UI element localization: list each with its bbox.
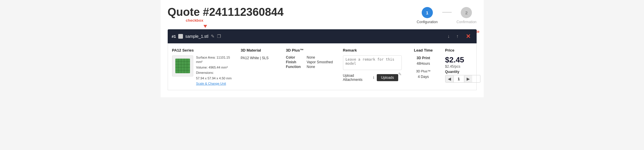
step-circle-2: 2 [461,7,472,18]
lead-print-label: 3D Print [409,55,438,61]
step-confirmation[interactable]: 2 Confirmation [456,7,476,24]
series-label: PA12 Series [172,48,234,52]
page-title: Quote #241112360844 [168,6,284,18]
finish-label: Finish [286,60,304,64]
step-number-2: 2 [465,10,468,15]
qty-increment-button[interactable]: ▶ [464,75,472,82]
col-price: Price $2.45 $2.45/pcs Quantity ◀ 1 ▶ [445,48,480,83]
dimensions-label: Dimensions: [196,71,234,75]
lead-plus-label: 3D Plus™ [409,69,438,74]
function-label: Function [286,65,304,69]
step-configuration[interactable]: 1 Configuration [417,7,438,24]
color-value: None [307,55,336,59]
quote-label: Quote [168,6,200,18]
col-model: PA12 Series [172,48,234,85]
volume: Volume: 4965.44 mm³ [196,65,234,70]
step-circle-1: 1 [422,7,433,18]
remark-textarea[interactable] [343,55,402,70]
step-number-1: 1 [426,10,428,15]
col-plus: 3D Plus™ Color None Finish Vapor Smoothe… [286,48,336,69]
edit-icon[interactable]: ✎ [211,34,215,39]
delete-button[interactable]: ✕ [464,32,473,40]
lead-print-hours: 48Hours [409,61,438,67]
upload-label: Upload Attachments [343,74,371,82]
material-value: PA12 White | SLS [241,55,279,61]
quantity-stepper[interactable]: ◀ 1 ▶ [445,75,480,83]
copy-icon[interactable]: ❐ [217,34,221,39]
remark-header: Remark [343,48,402,52]
info-icon[interactable]: ℹ [373,76,374,80]
file-bar: #1 sample_1.stl ✎ ❐ ↓ ↑ ✕ [168,29,477,43]
qty-value: 1 [453,76,464,82]
step-label-configuration: Configuration [417,20,438,24]
model-thumbnail [172,55,193,76]
move-up-button[interactable]: ↑ [455,33,460,40]
qty-decrement-button[interactable]: ◀ [445,75,453,82]
step-label-confirmation: Confirmation [456,20,476,24]
col-lead-time: Lead Time 3D Print 48Hours 3D Plus™ 4 Da… [409,48,438,80]
dimensions: 57.94 x 57.94 x 4.50 mm [196,76,234,81]
col-material: 3D Material PA12 White | SLS [241,48,279,61]
quote-number: #241112360844 [203,6,284,18]
file-name: sample_1.stl [185,34,208,39]
move-down-button[interactable]: ↓ [446,33,451,40]
lead-plus-days: 4 Days [409,74,438,80]
price-per-pcs: $2.45/pcs [445,64,480,69]
function-value: None [307,65,336,69]
col-remark: Remark ✎ Upload Attachments ℹ Uploads [343,48,402,82]
quantity-label: Quantity [445,70,480,74]
color-label: Color [286,55,304,59]
scale-change-unit-link[interactable]: Scale & Change Unit [196,82,234,85]
remark-edit-icon[interactable]: ✎ [398,72,402,76]
steps-container: 1 Configuration 2 Confirmation [417,7,476,24]
svg-rect-0 [175,59,190,73]
price-main: $2.45 [445,55,480,64]
step-connector [442,12,452,13]
file-number: #1 [172,34,176,39]
price-header: Price [445,48,480,52]
file-checkbox[interactable] [178,34,183,39]
uploads-button[interactable]: Uploads [377,74,398,81]
material-header: 3D Material [241,48,279,52]
lead-time-header: Lead Time [409,48,438,52]
model-row: PA12 Series [168,43,477,90]
surface-area: Surface Area: 11101.15 mm² [196,55,234,64]
finish-value: Vapor Smoothed [307,60,336,64]
plus-header: 3D Plus™ [286,48,336,52]
